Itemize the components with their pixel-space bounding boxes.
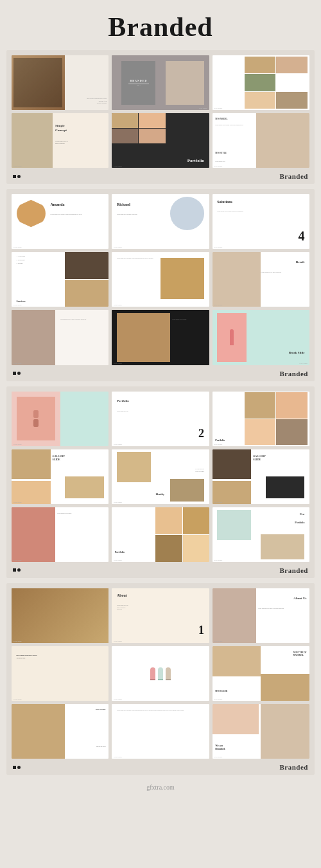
slide-branded-cover[interactable]: BRANDED PRESENTATIONTEMPLATE DATE ADDED — [12, 646, 108, 701]
dot-5 — [13, 568, 16, 572]
section-4: DATE ADDED About Lorem ipsum dolor sitam… — [6, 583, 315, 775]
slide-portfolio-mix[interactable]: Portfolio DATE ADDED — [112, 507, 209, 562]
slide-identity[interactable]: Lorem ipsumdolor sit amet Identity DATE … — [112, 449, 209, 504]
slide-gallery-b[interactable]: GALLERYSLIDE DATE ADDED — [213, 449, 309, 504]
slide-we-are-branded[interactable]: We areBranded. DATE ADDED — [213, 704, 309, 759]
section-3-footer: Branded — [12, 565, 309, 575]
slide-solutions[interactable]: Solutions Lorem ipsum dolor sit amet con… — [213, 194, 309, 249]
section-2-dots — [13, 372, 21, 375]
page-title: Branded — [0, 0, 321, 50]
slide-break[interactable]: Break Slide DATE ADDED — [213, 310, 309, 365]
section-3: DATE ADDED Portfolio Lorem ipsum dolor s… — [6, 386, 315, 578]
slide-content-text[interactable]: Lorem ipsum dolor sit amet consectetur a… — [112, 704, 209, 759]
dot-4 — [17, 372, 21, 375]
slide-simple-concept[interactable]: SimpleConcept Lorem ipsum dolor sitamet … — [12, 113, 108, 168]
dot-1 — [13, 175, 16, 178]
section-3-label: Branded — [280, 566, 308, 574]
slide-gallery-1[interactable]: DATE ADDED — [213, 55, 309, 110]
slide-shapes[interactable]: DATE ADDED — [112, 646, 209, 701]
slide-bag-photo[interactable]: DATE ADDED — [12, 588, 108, 643]
section-1-dots — [13, 175, 21, 178]
slide-brand-card[interactable]: BRANDED ● ✦ ▪ DATE ADDED — [112, 55, 209, 110]
slide-grid-4: DATE ADDED About Lorem ipsum dolor sitam… — [12, 588, 309, 759]
slide-cover[interactable]: BRANDED PRESENTATIONTEMPLATEDATE ADDED — [12, 55, 108, 110]
section-1-label: Branded — [280, 172, 308, 180]
dot-3 — [13, 372, 16, 375]
section-1: BRANDED PRESENTATIONTEMPLATEDATE ADDED B… — [6, 50, 315, 184]
section-4-label: Branded — [280, 763, 308, 771]
section-2: Amanda Lorem ipsum dolor sit amet consec… — [6, 189, 315, 381]
slide-grid-2: Amanda Lorem ipsum dolor sit amet consec… — [12, 194, 309, 365]
slide-gallery-a[interactable]: GALLERYSLIDE DATE ADDED — [12, 449, 108, 504]
slide-basket[interactable]: Lorem ipsum dolor sit amet DATE ADDED — [112, 310, 209, 365]
slide-pink-mint[interactable]: DATE ADDED — [12, 392, 108, 446]
slide-amanda[interactable]: Amanda Lorem ipsum dolor sit amet consec… — [12, 194, 108, 249]
section-2-footer: Branded — [12, 368, 309, 379]
slide-new-model[interactable]: NEW MODEL Lorem ipsum dolor sit amet con… — [213, 113, 309, 168]
slide-about-us[interactable]: About Us Lorem ipsum dolor sit amet cons… — [213, 588, 309, 643]
slide-about[interactable]: About Lorem ipsum dolor sitamet consecte… — [112, 588, 209, 643]
slide-portfolio-2[interactable]: Portfolio Lorem ipsum dolor sit 2 DATE A… — [112, 392, 209, 446]
slide-portfolio-red[interactable]: Lorem ipsum dolor sit amet DATE ADDED — [12, 507, 108, 562]
section-4-footer: Branded — [12, 761, 309, 772]
section-2-label: Branded — [280, 370, 308, 377]
slide-grid-1: BRANDED PRESENTATIONTEMPLATEDATE ADDED B… — [12, 55, 309, 168]
slide-portfolio-dark[interactable]: Portfolio DATE ADDED — [112, 113, 209, 168]
watermark: gfxtra.com — [0, 780, 321, 793]
slide-new-portfolio[interactable]: New Portfolio DATE ADDED — [213, 507, 309, 562]
slide-material[interactable]: NEW TYPE OFMATERIAL NEW COLOR DATE ADDED — [213, 646, 309, 701]
slide-result[interactable]: Result Lorem ipsum dolor sit amet consec… — [213, 252, 309, 307]
dot-7 — [13, 766, 16, 769]
dot-6 — [17, 568, 21, 572]
section-4-dots — [13, 766, 21, 769]
slide-grid-3: DATE ADDED Portfolio Lorem ipsum dolor s… — [12, 392, 309, 562]
slide-portfolio-grid[interactable]: Portfolio DATE ADDED — [213, 392, 309, 446]
slide-services[interactable]: 1. Consulting2. Marketing3. Design Servi… — [12, 252, 108, 307]
slide-content-bag[interactable]: Lorem ipsum dolor sit amet consectetur a… — [112, 252, 209, 307]
section-1-footer: Branded — [12, 170, 309, 181]
slide-person[interactable]: Lorem ipsum dolor sit amet consectetur a… — [12, 310, 108, 365]
section-3-dots — [13, 568, 21, 572]
slide-new-model-2[interactable]: NEW MODEL NEW STYLE DATE ADDED — [12, 704, 108, 759]
slide-richard[interactable]: Richard Lorem ipsum dolor sit amet conse… — [112, 194, 209, 249]
dot-8 — [17, 766, 21, 769]
dot-2 — [17, 175, 21, 178]
